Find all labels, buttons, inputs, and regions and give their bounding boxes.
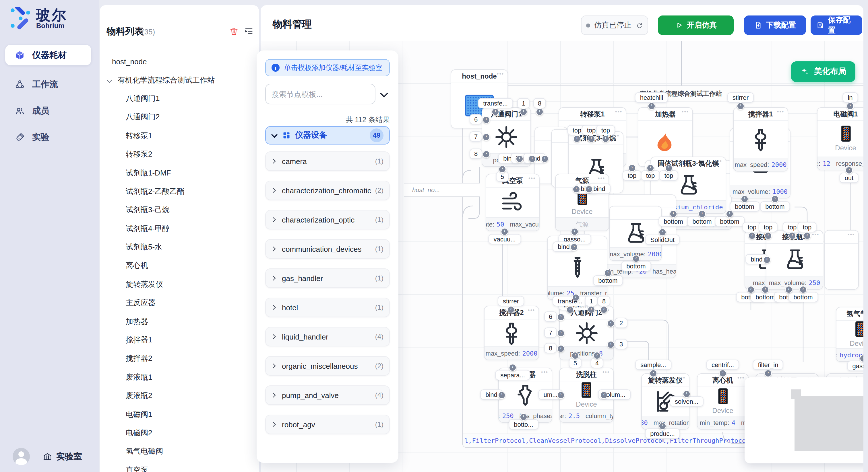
tree-item[interactable]: 真空泵 [100, 461, 259, 472]
tree-item[interactable]: 离心机 [100, 257, 259, 275]
sidebar-item-workflow[interactable]: 工作流 [5, 74, 91, 95]
sidebar-item-instruments[interactable]: 仪器耗材 [5, 45, 91, 65]
tree-item[interactable]: 转移泵1 [100, 127, 259, 145]
node-menu-icon[interactable]: ••• [777, 109, 784, 115]
canvas-node-搅拌器1[interactable]: 搅拌器1•••max_speed:2000 [733, 107, 788, 171]
port-label[interactable]: bottom [621, 261, 651, 271]
port-label[interactable]: bottom [788, 292, 818, 302]
category-item-liquid_handler[interactable]: liquid_handler(4) [265, 327, 390, 346]
canvas-node-接收瓶3[interactable]: 接收瓶3•••max_volume:250 [766, 230, 823, 290]
canvas-node-电磁阀1[interactable]: 电磁阀1•••Devicevoltage:12response_time:0.1 [817, 107, 863, 170]
search-input[interactable] [265, 84, 375, 104]
category-item-organic_miscellaneous[interactable]: organic_miscellaneous(2) [265, 356, 390, 376]
port-label[interactable]: in [842, 92, 858, 103]
node-menu-icon[interactable]: ••• [715, 158, 722, 164]
port-label[interactable]: 2 [615, 318, 627, 328]
port-label[interactable]: 7 [470, 131, 482, 142]
tree-item[interactable]: 搅拌器1 [100, 331, 259, 349]
beautify-layout-button[interactable]: 美化布局 [791, 61, 856, 82]
host-node-sub-row[interactable]: host_no... [404, 183, 480, 197]
port-label[interactable]: bottom [687, 216, 717, 227]
canvas-node-氢气气源[interactable]: 氢气气源Device_type:hydrogenmax_pre [836, 307, 863, 362]
node-menu-icon[interactable]: ••• [615, 109, 622, 115]
chevron-down-icon[interactable] [107, 77, 113, 83]
port-label[interactable]: 5 [496, 171, 508, 182]
tree-item[interactable]: 试剂瓶3-己烷 [100, 201, 259, 220]
port-label[interactable]: filter_in [753, 360, 784, 370]
tree-item[interactable]: 加热器 [100, 312, 259, 331]
user-avatar[interactable] [12, 448, 30, 465]
category-item-characterization_optic[interactable]: characterization_optic(1) [265, 210, 390, 229]
node-menu-icon[interactable]: ••• [848, 232, 855, 237]
port-label[interactable]: 4 [591, 358, 603, 368]
canvas-node-真空泵[interactable]: 真空泵•••pump_rate:50max_vacuum:0.1 [486, 174, 539, 231]
node-menu-icon[interactable]: ••• [812, 232, 819, 237]
tree-item[interactable]: 试剂瓶2-乙酸乙酯 [100, 182, 259, 201]
tree-item[interactable]: 旋转蒸发仪 [100, 275, 259, 294]
tree-item[interactable]: 试剂瓶1-DMF [100, 164, 259, 182]
tree-item[interactable]: 搅拌器2 [100, 349, 259, 368]
delete-all-button[interactable] [229, 26, 239, 36]
port-label[interactable]: produc... [645, 429, 680, 439]
node-menu-icon[interactable]: ••• [528, 307, 535, 313]
node-menu-icon[interactable]: ••• [598, 175, 605, 181]
tree-item-host-node[interactable]: host_node [100, 52, 259, 71]
node-menu-icon[interactable]: ••• [497, 71, 504, 77]
tree-item[interactable]: 转移泵2 [100, 145, 259, 164]
canvas-node-离心机[interactable]: 离心机•••Devicep:40min_temp:4max_spe [697, 373, 749, 430]
port-label[interactable]: 3 [615, 339, 627, 349]
tree-item[interactable]: 氢气电磁阀 [100, 442, 259, 461]
node-menu-icon[interactable]: ••• [682, 109, 689, 115]
port-label[interactable]: bottom [760, 201, 789, 212]
port-label[interactable]: 6 [544, 311, 557, 322]
port-label[interactable]: bottom [715, 216, 744, 227]
port-label[interactable]: vacuu... [488, 234, 521, 244]
start-simulation-button[interactable]: 开启仿真 [658, 15, 734, 35]
port-label[interactable]: 8 [598, 296, 610, 306]
port-label[interactable]: 8 [544, 343, 557, 353]
download-config-button[interactable]: 下载配置 [744, 15, 806, 35]
category-item-communication_devices[interactable]: communication_devices(1) [265, 239, 390, 259]
port-label[interactable]: 6 [470, 114, 482, 125]
port-label[interactable]: SolidOut [645, 235, 680, 245]
port-label[interactable]: 1 [585, 296, 598, 306]
port-label[interactable]: top [641, 170, 660, 181]
tree-item[interactable]: 试剂瓶5-水 [100, 238, 259, 257]
node-menu-icon[interactable]: ••• [541, 369, 548, 375]
tree-item[interactable]: 电磁阀1 [100, 405, 259, 424]
port-label[interactable]: bottom [658, 216, 688, 227]
port-label[interactable]: top [798, 222, 817, 232]
canvas-node-搅拌器2[interactable]: 搅拌器2•••max_speed:2000 [484, 306, 539, 360]
category-item-pump_and_valve[interactable]: pump_and_valve(4) [265, 385, 390, 405]
simulation-status-pill[interactable]: 仿真已停止 [581, 15, 648, 35]
node-menu-icon[interactable]: ••• [528, 175, 536, 181]
port-label[interactable]: 7 [544, 328, 557, 338]
port-label[interactable]: bottom [593, 275, 623, 285]
canvas-node-card[interactable]: ••• [825, 230, 859, 290]
tree-item[interactable]: 八通阀门1 [100, 90, 259, 108]
category-group-instruments[interactable]: 仪器设备 49 [265, 126, 390, 144]
sidebar-item-members[interactable]: 成员 [5, 100, 91, 121]
canvas-node-八通阀门2[interactable]: 八通阀门2•••positions:8 [559, 306, 614, 360]
port-label[interactable]: out [840, 173, 859, 183]
category-item-robot_agv[interactable]: robot_agv(1) [265, 415, 390, 434]
chevron-down-icon[interactable] [380, 90, 388, 98]
category-item-hotel[interactable]: hotel(1) [265, 298, 390, 317]
node-menu-icon[interactable]: ••• [737, 375, 745, 381]
port-label[interactable]: 8 [533, 98, 546, 108]
port-label[interactable]: 8 [470, 148, 482, 159]
port-label[interactable]: transfe... [478, 98, 513, 108]
tree-item[interactable]: 废液瓶2 [100, 386, 259, 405]
lab-entry[interactable]: 实验室 [42, 451, 82, 462]
port-label[interactable]: top [623, 170, 642, 181]
port-label[interactable]: botto... [508, 419, 538, 430]
port-label[interactable]: 1 [517, 98, 530, 108]
tree-item-workstation[interactable]: 有机化学流程综合测试工作站 [100, 71, 259, 90]
tree-item[interactable]: 试剂瓶4-甲醇 [100, 220, 259, 238]
port-label[interactable]: transfe... [553, 296, 588, 306]
port-label[interactable]: stirrer [498, 296, 524, 306]
category-item-characterization_chromatic[interactable]: characterization_chromatic(2) [265, 181, 390, 200]
port-label[interactable]: solven... [670, 396, 704, 407]
port-label[interactable]: top [659, 170, 679, 181]
port-label[interactable]: heatchill [635, 92, 669, 103]
